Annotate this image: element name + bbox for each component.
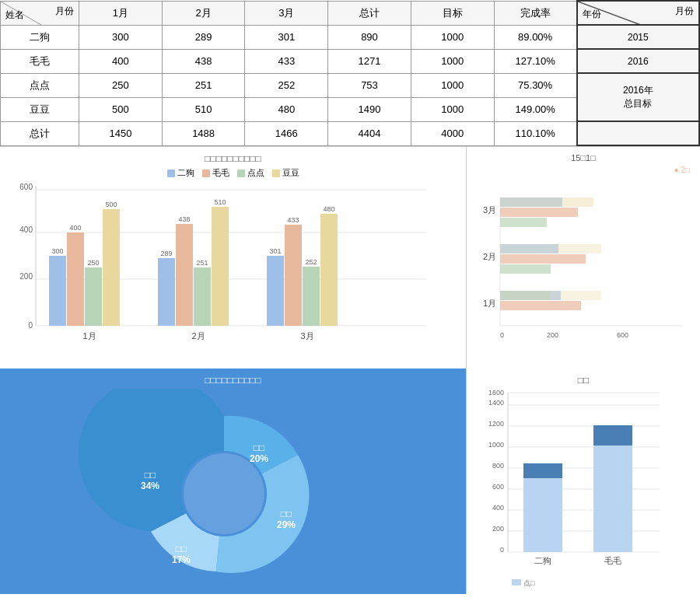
charts-row-1: □□□□□□□□□□ 二狗 毛毛 点点 豆豆 0 xyxy=(0,146,700,368)
svg-text:毛毛: 毛毛 xyxy=(604,556,621,565)
legend-maomao: 毛毛 xyxy=(202,167,229,179)
legend-label-ergo: 二狗 xyxy=(177,167,194,179)
svg-text:251: 251 xyxy=(196,259,208,267)
row-2-target: 1000 xyxy=(411,73,494,97)
row-1-m2: 438 xyxy=(162,49,245,73)
svg-text:1400: 1400 xyxy=(488,399,504,407)
bar-diandian-m2 xyxy=(194,267,211,326)
stacked-chart-title: □□ xyxy=(473,375,694,386)
svg-text:510: 510 xyxy=(214,198,226,206)
row-4-m1: 1450 xyxy=(79,121,163,145)
svg-text:250: 250 xyxy=(87,259,99,267)
bar-doudou-m1 xyxy=(103,209,120,326)
svg-text:17%: 17% xyxy=(172,554,191,565)
svg-text:2月: 2月 xyxy=(191,331,205,341)
svg-rect-36 xyxy=(500,218,547,227)
row-right-2: 2016年 总目标 xyxy=(577,73,699,121)
svg-text:□□: □□ xyxy=(176,543,187,554)
svg-text:438: 438 xyxy=(178,215,190,223)
corner-bottom-label: 姓名 xyxy=(5,9,24,22)
svg-text:480: 480 xyxy=(323,205,334,213)
bar-ergo-m3 xyxy=(267,256,284,326)
svg-text:433: 433 xyxy=(287,216,299,224)
bar-chart-container: □□□□□□□□□□ 二狗 毛毛 点点 豆豆 0 xyxy=(0,147,467,369)
donut-chart-svg: □□ 20% □□ 29% □□ 17% □□ 34% xyxy=(6,389,442,591)
svg-text:300: 300 xyxy=(51,247,63,255)
svg-text:800: 800 xyxy=(492,462,504,470)
row-3-total: 1490 xyxy=(328,97,411,121)
row-0-rate: 89.00% xyxy=(494,25,577,49)
svg-text:二狗: 二狗 xyxy=(534,556,551,565)
legend-dot-diandian xyxy=(237,169,245,177)
row-4-rate: 110.10% xyxy=(494,121,577,145)
row-name-2: 点点 xyxy=(1,73,79,97)
hbar-legend: ● 2□ xyxy=(473,166,690,174)
legend-label-diandian: 点点 xyxy=(247,167,264,179)
row-0-m1: 300 xyxy=(79,25,163,49)
col-header-rate: 完成率 xyxy=(494,1,577,25)
row-name-0: 二狗 xyxy=(1,25,79,49)
row-1-m3: 433 xyxy=(245,49,328,73)
svg-text:2月: 2月 xyxy=(483,252,496,261)
svg-rect-43 xyxy=(500,301,581,310)
svg-text:20%: 20% xyxy=(250,453,268,464)
stacked-chart-container: □□ 0 200 400 600 800 1000 1200 1400 1600 xyxy=(467,369,700,594)
row-2-rate: 75.30% xyxy=(494,73,577,97)
bar-maomao-m1 xyxy=(67,232,84,326)
corner-top-label: 月份 xyxy=(55,5,74,18)
stacked-ergo-light xyxy=(523,478,562,552)
svg-text:600: 600 xyxy=(19,183,33,191)
col-header-total: 总计 xyxy=(328,1,411,25)
svg-text:200: 200 xyxy=(492,525,504,533)
charts-row-2: □□□□□□□□□□ □□ 20% □□ 29% □□ 17% xyxy=(0,368,700,593)
svg-rect-40 xyxy=(500,264,551,274)
legend-diandian: 点点 xyxy=(237,167,264,179)
bar-diandian-m3 xyxy=(303,267,320,326)
right-corner-bottom: 年份 xyxy=(583,8,601,21)
legend-ergo: 二狗 xyxy=(167,167,194,179)
row-1-rate: 127.10% xyxy=(494,49,577,73)
row-3-m3: 480 xyxy=(245,97,328,121)
legend-dot-maomao xyxy=(202,169,210,177)
svg-text:1月: 1月 xyxy=(483,299,496,308)
row-right-0: 2015 xyxy=(577,25,699,49)
svg-text:1000: 1000 xyxy=(488,441,504,449)
col-header-m3: 3月 xyxy=(245,1,328,25)
right-corner-top: 月份 xyxy=(675,5,694,18)
row-3-target: 1000 xyxy=(411,97,494,121)
row-2-m3: 252 xyxy=(245,73,328,97)
svg-text:600: 600 xyxy=(492,483,504,491)
col-header-target: 目标 xyxy=(411,1,494,25)
svg-text:0: 0 xyxy=(28,321,33,330)
donut-hole-inner xyxy=(184,453,264,534)
svg-text:点□: 点□ xyxy=(523,579,535,587)
row-4-target: 4000 xyxy=(411,121,494,145)
bar-chart-title: □□□□□□□□□□ xyxy=(6,153,460,164)
svg-text:0: 0 xyxy=(500,331,504,339)
svg-text:29%: 29% xyxy=(277,519,296,530)
svg-text:600: 600 xyxy=(617,331,628,339)
legend-dot-doudou xyxy=(272,169,280,177)
svg-rect-37 xyxy=(500,197,593,207)
row-3-m2: 510 xyxy=(162,97,245,121)
row-right-1: 2016 xyxy=(577,49,699,73)
svg-rect-35 xyxy=(500,208,578,217)
donut-chart-title: □□□□□□□□□□ xyxy=(6,375,460,386)
col-header-m2: 2月 xyxy=(162,1,245,25)
legend-label-maomao: 毛毛 xyxy=(212,167,229,179)
stacked-chart-svg: 0 200 400 600 800 1000 1200 1400 1600 xyxy=(473,389,683,591)
bar-chart-svg: 0 200 400 600 300 400 250 500 1月 289 xyxy=(6,182,442,353)
row-4-m3: 1466 xyxy=(245,121,328,145)
svg-rect-45 xyxy=(500,291,601,300)
svg-text:289: 289 xyxy=(160,250,172,257)
row-1-m1: 400 xyxy=(79,49,163,73)
svg-text:400: 400 xyxy=(492,504,504,512)
bar-ergo-m1 xyxy=(49,256,66,326)
hbar-chart-svg: 3月 2月 1月 0 200 600 xyxy=(473,174,691,353)
col-header-m1: 1月 xyxy=(79,1,163,25)
bar-diandian-m1 xyxy=(85,267,102,326)
row-0-target: 1000 xyxy=(411,25,494,49)
legend-doudou: 豆豆 xyxy=(272,167,299,179)
hbar-chart-title: 15□1□ xyxy=(473,153,694,162)
svg-text:1600: 1600 xyxy=(488,389,504,397)
